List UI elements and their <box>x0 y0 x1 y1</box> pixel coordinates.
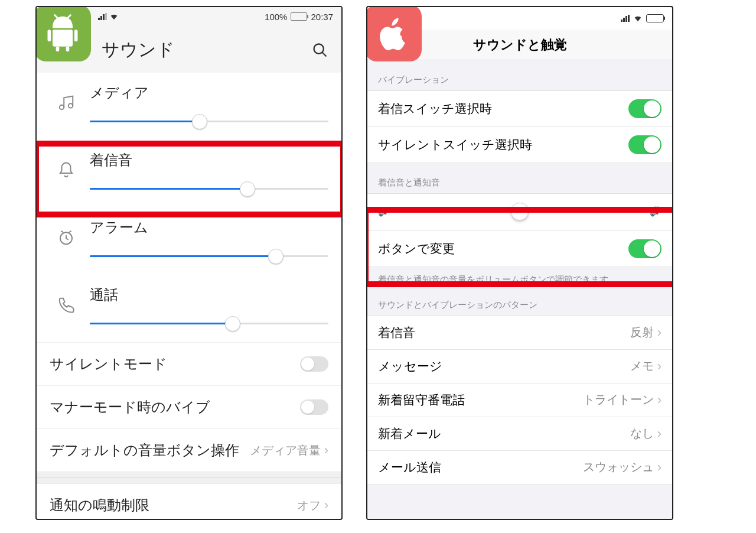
apple-badge <box>366 6 422 61</box>
row-label: 新着メール <box>378 425 441 442</box>
signal-icon <box>98 13 107 20</box>
row-value: 反射 › <box>630 324 662 340</box>
svg-rect-5 <box>56 47 60 51</box>
battery-pct: 100% <box>265 12 287 22</box>
volume-slider[interactable] <box>90 250 328 262</box>
android-phone: 100% 20:37 サウンド メディア 着信音 <box>35 6 343 520</box>
volume-row-phone: 通話 <box>37 275 341 342</box>
section-ringer: 着信音と通知音 <box>367 163 672 194</box>
clock: 20:37 <box>311 12 333 22</box>
chevron-right-icon: › <box>324 498 328 513</box>
toggle-off[interactable] <box>300 356 328 372</box>
settings-row[interactable]: 新着留守番電話トライトーン › <box>367 384 672 417</box>
volume-slider[interactable] <box>90 115 328 127</box>
volume-slider[interactable] <box>90 317 328 329</box>
ios-phone: ‹ 設定 サウンドと触覚 バイブレーション 着信スイッチ選択時サイレントスイッチ… <box>366 6 673 520</box>
settings-row[interactable]: メッセージメモ › <box>367 350 672 384</box>
row-value: なし › <box>630 425 662 441</box>
wifi-icon <box>633 14 643 23</box>
section-patterns: サウンドとバイブレーションのパターン <box>367 295 672 316</box>
speaker-low-icon: 🔈 <box>378 206 390 217</box>
settings-row[interactable]: 着信音反射 › <box>367 316 672 350</box>
android-icon <box>43 13 83 53</box>
chevron-right-icon: › <box>657 460 662 475</box>
svg-rect-2 <box>53 30 73 46</box>
row-label: 着信スイッチ選択時 <box>378 100 492 117</box>
row-label: メッセージ <box>378 358 442 375</box>
svg-rect-4 <box>74 30 78 41</box>
slider-label: 着信音 <box>90 151 328 170</box>
row-value: オフ › <box>297 498 328 514</box>
clock-icon <box>50 218 83 246</box>
page-title: サウンド <box>102 38 175 62</box>
row-value: スウォッシュ › <box>583 459 662 475</box>
slider-label: メディア <box>90 83 328 102</box>
toggle-on[interactable] <box>628 135 662 154</box>
battery-icon <box>291 12 307 21</box>
android-badge <box>35 6 91 61</box>
chevron-right-icon: › <box>657 325 662 340</box>
row-value: トライトーン › <box>583 392 662 408</box>
row-label: デフォルトの音量ボタン操作 <box>50 441 239 460</box>
search-icon[interactable] <box>312 42 328 58</box>
svg-line-10 <box>322 52 327 56</box>
row-button-change[interactable]: ボタンで変更 <box>367 231 672 267</box>
chevron-right-icon: › <box>657 392 662 408</box>
wifi-icon <box>109 12 119 21</box>
settings-row[interactable]: 着信スイッチ選択時 <box>367 91 672 127</box>
volume-row-music: メディア <box>37 73 341 140</box>
slider-label: 通話 <box>90 285 328 304</box>
volume-row-clock: アラーム <box>37 207 341 275</box>
settings-row[interactable]: 通知の鳴動制限オフ › <box>37 483 341 520</box>
svg-line-8 <box>68 15 71 18</box>
toggle-on[interactable] <box>628 239 662 258</box>
settings-row[interactable]: マナーモード時のバイブ <box>37 385 341 428</box>
ringer-volume-slider[interactable]: 🔈 🔊 <box>367 194 672 231</box>
volume-slider[interactable] <box>90 183 328 194</box>
chevron-right-icon: › <box>657 359 662 374</box>
section-vibration: バイブレーション <box>367 60 672 91</box>
settings-row[interactable]: サイレントスイッチ選択時 <box>367 127 672 163</box>
svg-rect-3 <box>48 30 51 41</box>
signal-icon <box>621 15 630 22</box>
ringer-footer: 着信音と通知音の音量をボリュームボタンで調節できます。 <box>367 267 672 295</box>
settings-row[interactable]: メール送信スウォッシュ › <box>367 451 672 485</box>
svg-point-12 <box>69 103 73 108</box>
toggle-off[interactable] <box>300 399 328 415</box>
phone-icon <box>50 285 83 314</box>
row-value: メディア音量 › <box>250 443 328 459</box>
svg-point-9 <box>314 44 324 53</box>
apple-icon <box>373 13 413 53</box>
svg-point-11 <box>60 105 64 110</box>
row-label: サイレントスイッチ選択時 <box>378 136 532 153</box>
volume-row-bell: 着信音 <box>37 140 341 207</box>
speaker-high-icon: 🔊 <box>650 206 662 217</box>
svg-line-7 <box>54 15 58 18</box>
settings-row[interactable]: デフォルトの音量ボタン操作メディア音量 › <box>37 428 341 472</box>
row-label: 通知の鳴動制限 <box>50 496 149 515</box>
settings-row[interactable]: サイレントモード <box>37 342 341 385</box>
page-title: サウンドと触覚 <box>473 36 567 54</box>
row-label: 新着留守番電話 <box>378 392 465 408</box>
chevron-right-icon: › <box>324 443 328 458</box>
bell-icon <box>50 151 83 179</box>
row-label: マナーモード時のバイブ <box>50 398 210 417</box>
row-label: ボタンで変更 <box>378 240 455 257</box>
battery-icon <box>646 14 664 22</box>
row-label: サイレントモード <box>50 355 167 373</box>
row-label: 着信音 <box>378 324 415 341</box>
row-label: メール送信 <box>378 459 441 476</box>
toggle-on[interactable] <box>628 99 662 118</box>
row-value: メモ › <box>630 358 662 374</box>
slider-label: アラーム <box>90 218 328 237</box>
svg-rect-6 <box>66 47 70 51</box>
chevron-right-icon: › <box>657 426 662 441</box>
settings-row[interactable]: 新着メールなし › <box>367 417 672 451</box>
music-icon <box>50 83 83 112</box>
